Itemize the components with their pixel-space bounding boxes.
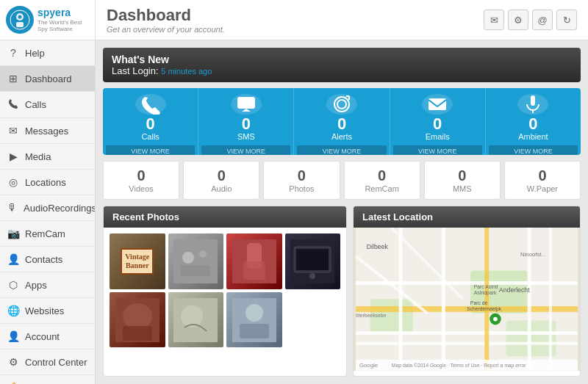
recent-photos-title: Recent Photos — [112, 211, 179, 222]
sidebar-label-apps: Apps — [25, 280, 47, 291]
sec-stat-remcam: 0 RemCam — [344, 161, 420, 200]
audio-label: Audio — [211, 184, 232, 193]
sidebar-item-contacts[interactable]: 👤 Contacts — [0, 247, 95, 272]
sec-stat-mms: 0 MMS — [424, 161, 501, 200]
audio-icon: 🎙 — [7, 202, 18, 214]
svg-point-55 — [493, 317, 498, 322]
svg-rect-12 — [173, 239, 218, 283]
help-icon: ? — [7, 47, 19, 59]
sms-stat-icon — [231, 94, 262, 115]
mms-label: MMS — [453, 184, 472, 193]
sidebar-item-account[interactable]: 👤 Account — [0, 324, 95, 349]
alerts-stat-icon — [326, 94, 357, 115]
email-header-button[interactable]: ✉ — [484, 10, 504, 30]
photos-count: 0 — [298, 167, 306, 184]
remcam-icon: 📷 — [7, 228, 19, 239]
svg-point-13 — [182, 252, 194, 264]
latest-location-title: Latest Location — [362, 211, 433, 222]
svg-rect-25 — [123, 326, 152, 341]
latest-location-panel: Latest Location — [353, 206, 581, 377]
sidebar-item-media[interactable]: ▶ Media — [0, 144, 95, 170]
recent-photos-header: Recent Photos — [104, 206, 346, 228]
svg-rect-40 — [442, 228, 445, 371]
sidebar-item-alerts[interactable]: 🔔 Alerts — [0, 375, 95, 384]
photo-3[interactable] — [226, 233, 282, 289]
photo-5[interactable] — [110, 292, 165, 348]
sidebar-item-dashboard[interactable]: ⊞ Dashboard — [0, 66, 95, 92]
media-icon: ▶ — [7, 151, 19, 162]
emails-view-more[interactable]: VIEW MORE — [393, 145, 482, 155]
ambient-view-more[interactable]: VIEW MORE — [489, 145, 578, 155]
sidebar: spyera The World's Best Spy Software ? H… — [0, 0, 96, 384]
sidebar-item-help[interactable]: ? Help — [0, 40, 95, 66]
svg-point-29 — [245, 304, 263, 322]
svg-rect-4 — [237, 97, 255, 109]
calls-count: 0 — [146, 116, 154, 132]
sidebar-label-websites: Websites — [25, 305, 64, 316]
whats-new-title: What's New — [112, 54, 572, 65]
audio-count: 0 — [218, 167, 226, 184]
svg-text:Itterbeeksebn: Itterbeeksebn — [356, 313, 386, 318]
sidebar-item-messages[interactable]: ✉ Messages — [0, 118, 95, 144]
contacts-icon: 👤 — [7, 253, 19, 265]
latest-location-header: Latest Location — [354, 206, 580, 228]
alerts-view-more[interactable]: VIEW MORE — [297, 145, 386, 155]
svg-rect-10 — [531, 95, 535, 106]
videos-label: Videos — [129, 184, 153, 193]
photo-1[interactable]: VintageBanner — [110, 233, 165, 289]
sidebar-label-media: Media — [25, 151, 51, 162]
calls-view-more[interactable]: VIEW MORE — [106, 145, 195, 155]
at-header-button[interactable]: @ — [532, 10, 553, 30]
sec-stat-wpaper: 0 W.Paper — [504, 161, 581, 200]
sidebar-item-remcam[interactable]: 📷 RemCam — [0, 221, 95, 247]
page-header: Dashboard Get an overview of your accoun… — [96, 0, 588, 40]
photos-grid: VintageBanner — [104, 228, 346, 353]
logo-name: spyera — [37, 7, 89, 18]
svg-text:Google: Google — [359, 362, 378, 369]
sidebar-label-audio: AudioRecordings — [24, 203, 96, 214]
header-text: Dashboard Get an overview of your accoun… — [107, 6, 225, 34]
svg-rect-21 — [296, 249, 329, 270]
settings-header-button[interactable]: ⚙ — [508, 10, 528, 30]
sidebar-item-calls[interactable]: Calls — [0, 92, 95, 118]
sidebar-item-locations[interactable]: ◎ Locations — [0, 170, 95, 195]
logo-area: spyera The World's Best Spy Software — [0, 0, 95, 40]
sms-label: SMS — [237, 132, 255, 141]
emails-count: 0 — [433, 116, 442, 132]
svg-text:Anderlecht: Anderlecht — [499, 286, 530, 294]
svg-point-6 — [337, 100, 346, 109]
svg-text:Scherdemaelpk: Scherdemaelpk — [467, 306, 502, 312]
svg-rect-37 — [356, 331, 578, 335]
calls-label: Calls — [141, 132, 159, 141]
ambient-stat-icon — [517, 94, 548, 115]
sec-stat-audio: 0 Audio — [183, 161, 259, 200]
last-login: Last Login: 5 minutes ago — [112, 65, 572, 76]
svg-rect-30 — [240, 324, 269, 338]
remcam-label: RemCam — [365, 184, 398, 193]
photo-4[interactable] — [285, 233, 341, 289]
photo-7[interactable] — [226, 292, 282, 348]
dashboard-icon: ⊞ — [7, 73, 19, 84]
svg-text:Map data ©2014 Google · Terms : Map data ©2014 Google · Terms of Use · R… — [392, 363, 527, 369]
logo-tagline: The World's Best Spy Software — [37, 19, 89, 32]
emails-label: Emails — [426, 132, 450, 141]
sidebar-item-apps[interactable]: ⬡ Apps — [0, 272, 95, 298]
sidebar-label-remcam: RemCam — [25, 228, 65, 239]
svg-text:Astridpark: Astridpark — [474, 290, 497, 296]
sidebar-label-contacts: Contacts — [25, 254, 62, 265]
photo-6[interactable] — [168, 292, 224, 348]
sms-view-more[interactable]: VIEW MORE — [201, 145, 290, 155]
sidebar-label-messages: Messages — [25, 126, 68, 137]
refresh-header-button[interactable]: ↻ — [556, 10, 577, 30]
sidebar-item-websites[interactable]: 🌐 Websites — [0, 298, 95, 324]
stat-sms: 0 SMS VIEW MORE — [198, 88, 294, 155]
svg-point-14 — [199, 250, 207, 258]
svg-rect-9 — [429, 98, 446, 110]
sidebar-item-audio-recordings[interactable]: 🎙 AudioRecordings — [0, 195, 95, 221]
locations-icon: ◎ — [7, 176, 19, 188]
photo-2[interactable] — [168, 233, 224, 289]
sidebar-item-control-center[interactable]: ⚙ Control Center — [0, 349, 95, 375]
svg-text:Parc de: Parc de — [470, 300, 488, 305]
calls-stat-icon — [135, 94, 166, 115]
recent-photos-panel: Recent Photos VintageBanner — [103, 206, 347, 377]
